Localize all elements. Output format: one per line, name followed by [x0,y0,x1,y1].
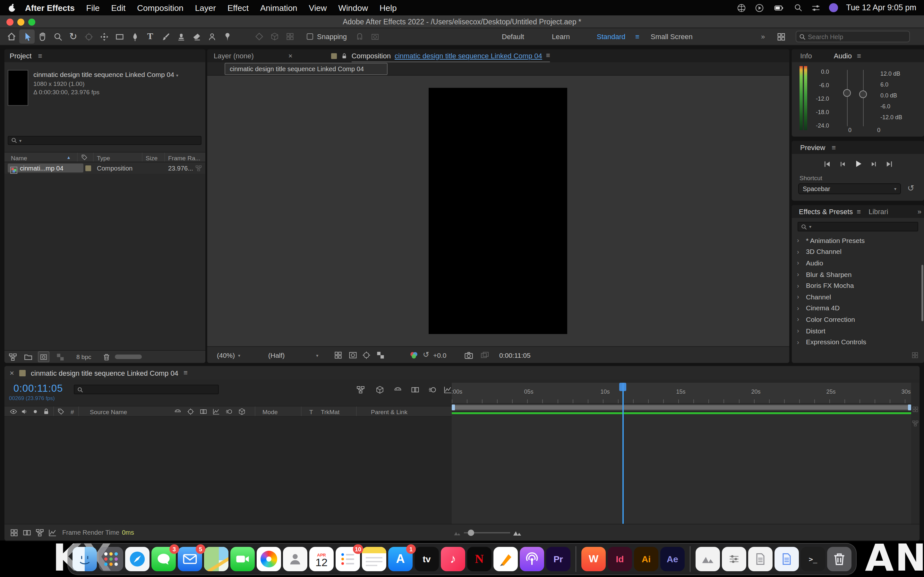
spotlight-icon[interactable] [793,3,803,12]
tab-audio[interactable]: Audio [834,52,852,60]
switch-motion-blur-icon[interactable] [225,408,233,416]
audio-slider-value-left[interactable]: 0 [848,127,851,133]
snap-option-2-icon[interactable] [367,29,383,44]
layer-list-empty-area[interactable] [5,417,452,524]
effects-scrollbar[interactable] [921,265,923,321]
frame-blending-icon[interactable] [411,385,420,394]
timeline-navigator[interactable] [453,405,910,410]
effects-panel-menu-icon[interactable]: ≡ [857,208,861,215]
project-row-composition[interactable]: cinmati...mp 04 Composition 23.976... [5,163,205,174]
composition-tab-name[interactable]: cinmatic design title sequence Linked Co… [395,52,542,59]
dock-file-settings-icon[interactable] [722,547,746,571]
column-type[interactable]: Type [97,155,110,161]
home-tool[interactable] [4,29,19,44]
type-tool[interactable]: T [142,29,158,44]
column-name[interactable]: Name [11,155,27,161]
dock-facetime-icon[interactable] [230,547,255,571]
project-item-title[interactable]: cinmatic design title sequence Linked Co… [33,71,174,78]
project-panel-menu-icon[interactable]: ≡ [38,52,42,59]
dock-illustrator-icon[interactable]: Ai [634,547,658,571]
dock-after-effects-icon[interactable]: Ae [660,547,685,571]
hand-tool[interactable] [35,29,50,44]
project-search-field[interactable]: ▾ [8,136,202,145]
composition-viewport[interactable] [429,88,567,334]
dock-file-image-icon[interactable] [696,547,720,571]
magnification-dropdown[interactable]: (40%) ▾ [217,351,240,359]
current-timecode[interactable]: 0:00:11:05 [13,383,63,394]
audio-column-icon[interactable] [21,408,28,416]
audio-level-knob-right[interactable] [859,90,867,98]
brush-tool[interactable] [158,29,173,44]
dock-indesign-icon[interactable]: Id [607,547,632,571]
column-frame-rate[interactable]: Frame Ra... [168,155,200,161]
first-frame-button[interactable] [822,159,831,168]
composition-mini-flowchart-icon[interactable] [356,385,365,394]
axis-view-icon[interactable] [282,29,298,44]
resolution-dropdown[interactable]: (Half) ▾ [268,351,318,359]
solo-column-icon[interactable] [31,408,39,416]
dock-design-tool-icon[interactable] [493,547,518,571]
effects-search-input[interactable] [813,223,915,230]
snap-option-1-icon[interactable] [352,29,367,44]
zoom-tool[interactable] [50,29,65,44]
menu-bar-clock[interactable]: Tue 12 Apr 9:05 pm [846,3,916,12]
close-window-button[interactable] [6,19,13,26]
tab-project[interactable]: Project [10,52,32,60]
comp-marker-icon[interactable] [912,406,919,413]
audio-slider-value-right[interactable]: 0 [877,127,880,133]
dock-tv-icon[interactable]: tv [415,547,439,571]
clone-stamp-tool[interactable] [173,29,189,44]
menu-edit[interactable]: Edit [111,3,126,13]
expand-layer-switches-icon[interactable] [10,528,19,537]
workspace-default[interactable]: Default [502,33,524,40]
new-composition-button[interactable] [38,351,49,362]
column-trkmat[interactable]: TrkMat [321,408,339,416]
dock-reminders-icon[interactable]: 10 [336,547,360,571]
control-center-icon[interactable] [811,3,821,13]
mask-visibility-icon[interactable] [349,351,357,359]
tab-preview[interactable]: Preview [800,143,825,151]
reset-preview-icon[interactable]: ↺ [907,183,914,193]
next-frame-button[interactable] [869,159,878,168]
new-folder-icon[interactable] [24,353,33,362]
adjustment-layer-icon[interactable] [56,353,65,362]
shortcut-dropdown[interactable]: Spacebar ▾ [798,183,901,194]
panel-overflow-chevron[interactable]: » [918,208,921,215]
effects-category[interactable]: ›Distort [793,325,919,336]
effects-category[interactable]: ›Cinema 4D [793,302,919,314]
audio-level-knob-left[interactable] [843,89,851,97]
panel-corner-icon[interactable] [911,351,919,359]
column-preserve-transparency[interactable]: T [309,408,313,416]
dock-file-document-blue-icon[interactable] [774,547,799,571]
tab-info[interactable]: Info [800,52,812,60]
search-help-input[interactable] [808,33,907,40]
workspace-small-screen[interactable]: Small Screen [651,33,693,40]
roto-brush-tool[interactable] [204,29,220,44]
workspace-menu-icon[interactable]: ≡ [635,33,640,40]
switch-effects-icon[interactable] [212,408,220,416]
workspace-grid-icon[interactable] [776,32,786,42]
pan-behind-tool[interactable] [96,29,111,44]
draft-3d-icon[interactable] [375,385,384,394]
row-name[interactable]: cinmati...mp 04 [20,165,63,172]
work-area-start-handle[interactable] [452,405,455,410]
timeline-zoom-slider-handle[interactable] [468,530,474,536]
axis-world-icon[interactable] [267,29,282,44]
playhead-line[interactable] [622,383,624,524]
dock-music-icon[interactable]: ♪ [441,547,465,571]
work-area-end-handle[interactable] [908,405,911,410]
project-item-caret-icon[interactable]: ▾ [176,73,178,77]
interpret-footage-icon[interactable] [8,353,17,362]
effects-category[interactable]: ›* Animation Presets [793,235,919,246]
close-layer-tab-icon[interactable]: × [288,52,292,60]
effects-category[interactable]: ›Color Correction [793,314,919,325]
show-snapshot-icon[interactable] [480,351,489,360]
search-help-field[interactable] [796,31,910,42]
column-parent-link[interactable]: Parent & Link [371,408,407,416]
project-horizontal-scrollbar[interactable] [115,355,142,359]
sort-ascending-icon[interactable]: ▴ [67,155,70,160]
column-layer-number[interactable]: # [71,408,74,416]
comp-button-icon[interactable] [912,420,919,427]
snapshot-camera-icon[interactable] [464,351,473,360]
selection-tool[interactable] [19,29,35,44]
